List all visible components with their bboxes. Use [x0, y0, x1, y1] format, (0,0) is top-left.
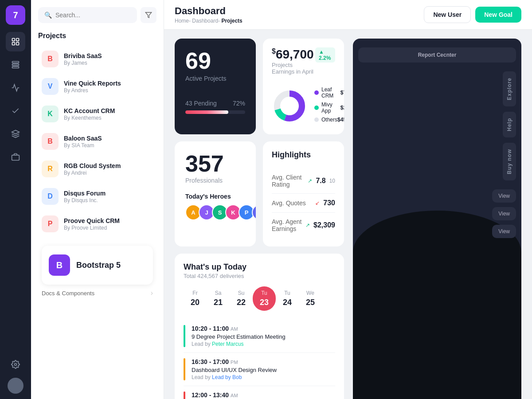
svg-rect-1 — [16, 39, 19, 41]
nav-dashboard[interactable] — [6, 32, 25, 51]
user-number-badge[interactable]: 7 — [6, 5, 25, 25]
avatar-stack: AJSKPM+42 — [185, 204, 245, 220]
project-item[interactable]: B Baloon SaaS By SIA Team — [38, 129, 156, 154]
calendar-day[interactable]: Fr 20 — [184, 286, 207, 311]
sidebar: 🔍 Projects B Briviba SaaS By James V Vin… — [31, 0, 164, 399]
filter-button[interactable] — [141, 7, 156, 23]
cal-day-name: Fr — [192, 290, 197, 296]
professionals-number: 357 — [185, 152, 245, 175]
nav-layers[interactable] — [6, 124, 25, 144]
svg-point-9 — [15, 364, 17, 366]
project-info: Disqus Forum By Disqus Inc. — [64, 190, 153, 203]
whats-up-card: What's up Today Total 424,567 deliveries… — [175, 254, 344, 399]
search-box[interactable]: 🔍 — [38, 7, 137, 23]
right-panel-area: Report Cecnter Explore Help Buy now View… — [353, 39, 521, 399]
project-item[interactable]: P Proove Quick CRM By Proove Limited — [38, 211, 156, 237]
project-logo: B — [42, 51, 59, 67]
help-button[interactable]: Help — [503, 112, 516, 137]
project-info: Vine Quick Reports By Andres — [64, 80, 153, 94]
nav-grid[interactable] — [6, 55, 25, 74]
nav-chart[interactable] — [6, 78, 25, 98]
calendar-day[interactable]: Sa 21 — [207, 286, 230, 311]
legend-item: Mivy App $2,820 — [314, 102, 344, 114]
docs-text: Docs & Components — [42, 290, 94, 297]
project-list: B Briviba SaaS By James V Vine Quick Rep… — [38, 46, 156, 237]
page-title: Dashboard — [175, 5, 243, 17]
project-by: By Andrei — [64, 170, 153, 176]
calendar-day[interactable]: We 25 — [299, 286, 322, 311]
earnings-amount: $69,700 — [272, 47, 315, 62]
view-button-2[interactable]: View — [492, 207, 516, 220]
calendar-day[interactable]: Su 22 — [230, 286, 253, 311]
user-avatar[interactable] — [8, 378, 23, 394]
event-ampm: AM — [231, 326, 238, 332]
project-item[interactable]: D Disqus Forum By Disqus Inc. — [38, 184, 156, 209]
project-item[interactable]: V Vine Quick Reports By Andres — [38, 74, 156, 99]
project-item[interactable]: B Briviba SaaS By James — [38, 46, 156, 72]
project-item[interactable]: K KC Account CRM By Keenthemes — [38, 101, 156, 127]
project-item[interactable]: R RGB Cloud System By Andrei — [38, 156, 156, 182]
donut-chart — [272, 88, 307, 124]
project-info: Proove Quick CRM By Proove Limited — [64, 217, 153, 231]
nav-check[interactable] — [6, 101, 25, 121]
event-content: 16:30 - 17:00 PM Dashboard UI/UX Design … — [192, 358, 335, 380]
report-center-button[interactable]: Report Cecnter — [358, 47, 516, 63]
project-logo: R — [42, 160, 59, 177]
nav-settings[interactable] — [6, 355, 25, 374]
calendar-day[interactable]: Tu 24 — [276, 286, 299, 311]
today-title: What's up Today — [184, 262, 335, 272]
view-button-1[interactable]: View — [492, 189, 516, 203]
trend-icon: ↗ — [305, 222, 310, 228]
bootstrap-banner: B Bootstrap 5 — [42, 246, 153, 285]
new-goal-button[interactable]: New Goal — [475, 7, 521, 23]
professionals-label: Professionals — [185, 177, 245, 184]
heroes-section: Today's Heroes AJSKPM+42 — [185, 193, 245, 220]
event-lead-link[interactable]: Lead by Bob — [212, 374, 242, 380]
header-actions: New User New Goal — [424, 6, 521, 23]
project-name: Proove Quick CRM — [64, 217, 153, 224]
project-name: RGB Cloud System — [64, 162, 153, 169]
buy-now-button[interactable]: Buy now — [503, 143, 516, 180]
cal-day-num: 23 — [260, 298, 269, 307]
search-input[interactable] — [55, 12, 131, 19]
earnings-legend: Leaf CRM $7,660 Mivy App $2,820 Others $… — [314, 86, 344, 125]
events-list: 10:20 - 11:00 AM 9 Degree Project Estima… — [184, 320, 335, 399]
event-time: 10:20 - 11:00 AM — [192, 325, 335, 332]
project-logo: B — [42, 133, 59, 150]
svg-rect-2 — [12, 43, 15, 45]
active-projects-label: Active Projects — [185, 75, 245, 82]
event-lead-link[interactable]: Peter Marcus — [212, 341, 243, 347]
sidebar-search-row: 🔍 — [38, 7, 156, 23]
header: Dashboard Home- Dashboard- Projects New … — [164, 0, 532, 30]
content-area: 69 Active Projects 43 Pending 72% — [164, 30, 532, 399]
progress-bar-wrap — [185, 110, 245, 114]
view-button-3[interactable]: View — [492, 225, 516, 238]
project-logo: D — [42, 188, 59, 205]
project-info: Baloon SaaS By SIA Team — [64, 135, 153, 149]
event-name: 9 Degree Project Estimation Meeting — [192, 333, 335, 340]
cal-day-num: 20 — [191, 298, 200, 307]
explore-button[interactable]: Explore — [503, 71, 516, 106]
cal-day-name: We — [306, 290, 314, 296]
active-projects-card: 69 Active Projects 43 Pending 72% — [175, 39, 256, 134]
project-logo: V — [42, 78, 59, 95]
svg-marker-10 — [145, 12, 151, 18]
project-info: KC Account CRM By Keenthemes — [64, 107, 153, 121]
breadcrumb-dash: Dashboard- — [192, 18, 220, 24]
highlight-value-row: ↗ $2,309 — [305, 221, 335, 229]
project-logo: K — [42, 106, 59, 122]
new-user-button[interactable]: New User — [424, 6, 471, 23]
cal-day-num: 24 — [283, 298, 292, 307]
calendar-day[interactable]: Tu 23 — [253, 286, 276, 311]
nav-briefcase[interactable] — [6, 147, 25, 167]
earnings-card: $69,700 Projects Earnings in April ▲ 2.2… — [263, 39, 344, 134]
highlight-value: $2,309 — [313, 221, 335, 229]
progress-bar-fill — [185, 110, 228, 114]
main-area: Dashboard Home- Dashboard- Projects New … — [164, 0, 532, 399]
pending-pct: 72% — [233, 100, 245, 107]
highlight-item: Avg. Agent Earnings ↗ $2,309 — [272, 213, 335, 238]
highlight-name: Avg. Quotes — [272, 200, 306, 207]
breadcrumb: Home- Dashboard- Projects — [175, 18, 243, 24]
project-name: Vine Quick Reports — [64, 80, 153, 87]
event-lead: Lead by Peter Marcus — [192, 341, 335, 347]
